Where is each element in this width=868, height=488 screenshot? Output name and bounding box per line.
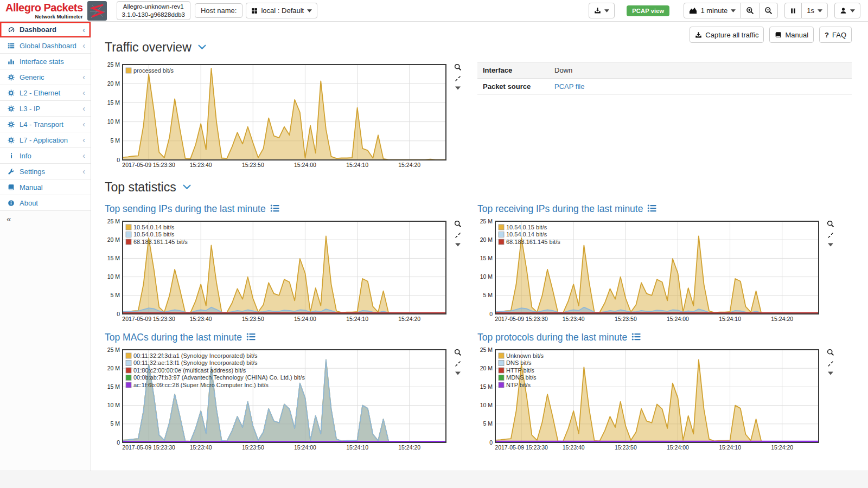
- manual-button[interactable]: Manual: [769, 27, 814, 43]
- faq-button[interactable]: ? FAQ: [819, 27, 852, 43]
- capture-all-traffic-button[interactable]: Capture all traffic: [690, 27, 764, 43]
- svg-text:15:24:10: 15:24:10: [346, 444, 368, 451]
- refresh-group: 1s: [784, 3, 828, 18]
- top-sending-ips-title-link[interactable]: Top sending IPs during the last minute: [105, 203, 279, 215]
- timeframe-group: 1 minute: [684, 3, 778, 18]
- sidebar-item-generic[interactable]: Generic‹: [0, 69, 91, 85]
- svg-text:processed bit/s: processed bit/s: [133, 67, 174, 74]
- svg-text:15:23:40: 15:23:40: [190, 162, 212, 168]
- svg-text:15:23:50: 15:23:50: [615, 316, 637, 322]
- chart-collapse-button[interactable]: [828, 371, 833, 375]
- sidebar-item-interface-stats[interactable]: Interface stats: [0, 53, 91, 69]
- svg-text:20 M: 20 M: [480, 236, 493, 243]
- chevron-left-icon: ‹: [82, 89, 85, 97]
- top-protocols-title-link[interactable]: Top protocols during the last minute: [477, 332, 641, 343]
- capture-all-traffic-label: Capture all traffic: [705, 31, 758, 39]
- svg-text:68.183.161.145 bit/s: 68.183.161.145 bit/s: [506, 239, 560, 245]
- top-receiving-ips-title-link[interactable]: Top receiving IPs during the last minute: [477, 203, 656, 215]
- top-receiving-ips-title: Top receiving IPs during the last minute: [477, 203, 643, 215]
- sidebar-item-l3-ip[interactable]: L3 - IP‹: [0, 100, 91, 116]
- zoom-out-button[interactable]: [759, 3, 778, 18]
- question-icon: ?: [825, 31, 829, 39]
- sidebar-item-label: L7 - Application: [20, 136, 68, 144]
- chart-compress-button[interactable]: [455, 75, 461, 82]
- sidebar-item-settings[interactable]: Settings‹: [0, 163, 91, 179]
- chart-collapse-button[interactable]: [828, 243, 833, 247]
- chart-collapse-button[interactable]: [455, 243, 461, 247]
- svg-text:20 M: 20 M: [107, 365, 120, 371]
- user-menu-button[interactable]: [834, 3, 860, 18]
- chart-zoom-button[interactable]: [454, 220, 462, 228]
- compress-icon: [455, 361, 461, 369]
- chart-compress-button[interactable]: [827, 232, 834, 239]
- chart-compress-button[interactable]: [827, 361, 834, 367]
- chart-zoom-button[interactable]: [827, 349, 834, 356]
- sidebar-collapse-button[interactable]: «: [0, 210, 91, 226]
- device-version-box: Allegro-unknown-rev1 3.1.0-130-g96828ddb…: [117, 1, 190, 21]
- download-menu-button[interactable]: [589, 3, 615, 18]
- chart-collapse-button[interactable]: [455, 371, 461, 375]
- magnifier-icon: [454, 350, 462, 358]
- svg-text:10.54.0.15 bit/s: 10.54.0.15 bit/s: [133, 231, 175, 237]
- chart-zoom-button[interactable]: [454, 349, 462, 356]
- logo-subtitle: Network Multimeter: [35, 14, 82, 20]
- refresh-interval-label: 1s: [807, 7, 814, 15]
- sidebar-item-l4-transport[interactable]: L4 - Transport‹: [0, 116, 91, 132]
- info-label: Interface: [477, 62, 549, 79]
- topbar: Allegro Packets Network Multimeter Alleg…: [0, 0, 868, 22]
- caret-down-icon: [731, 9, 736, 12]
- list-icon: [647, 203, 656, 215]
- gear-icon: [7, 89, 16, 97]
- refresh-interval-selector[interactable]: 1s: [801, 3, 828, 18]
- top-macs-panel: Top MACs during the last minute 2017-05-…: [105, 323, 464, 452]
- chart-zoom-button[interactable]: [827, 220, 834, 228]
- caret-down-icon: [455, 369, 461, 377]
- svg-text:10 M: 10 M: [480, 402, 493, 408]
- svg-text:20 M: 20 M: [107, 80, 120, 87]
- top-macs-title-link[interactable]: Top MACs during the last minute: [105, 332, 256, 343]
- chart-collapse-button[interactable]: [455, 86, 461, 90]
- svg-text:15:23:40: 15:23:40: [563, 316, 585, 322]
- sidebar-item-about[interactable]: About: [0, 195, 91, 210]
- svg-text:DNS bit/s: DNS bit/s: [506, 359, 532, 366]
- chart-compress-button[interactable]: [455, 361, 461, 367]
- svg-text:15:24:00: 15:24:00: [294, 162, 316, 168]
- chevron-left-icon: ‹: [82, 26, 85, 34]
- chart-compress-button[interactable]: [455, 232, 461, 239]
- download-icon: [594, 7, 601, 14]
- sidebar-item-info[interactable]: Info‹: [0, 147, 91, 163]
- chevron-down-icon[interactable]: [197, 42, 207, 53]
- svg-text:01:80:c2:00:00:0e (multicast a: 01:80:c2:00:00:0e (multicast address) bi…: [133, 367, 246, 374]
- page-actions: Capture all traffic Manual ? FAQ: [690, 27, 852, 43]
- svg-text:5 M: 5 M: [110, 292, 120, 298]
- sidebar-item-global-dashboard[interactable]: Global Dashboard‹: [0, 37, 91, 53]
- svg-text:25 M: 25 M: [107, 218, 120, 224]
- svg-text:15:24:20: 15:24:20: [398, 316, 420, 322]
- caret-down-icon: [604, 9, 609, 12]
- chevron-left-icon: ‹: [82, 152, 85, 159]
- chart-tools: [452, 219, 464, 247]
- pause-button[interactable]: [784, 3, 802, 18]
- sidebar-item-l2-ethernet[interactable]: L2 - Ethernet‹: [0, 85, 91, 100]
- svg-text:00:11:32:2f:3d:a1 (Synology In: 00:11:32:2f:3d:a1 (Synology Incorporated…: [133, 352, 258, 359]
- sidebar-item-manual[interactable]: Manual: [0, 179, 91, 195]
- magnifier-icon: [827, 350, 834, 358]
- zoom-in-button[interactable]: [741, 3, 760, 18]
- svg-text:Unknown bit/s: Unknown bit/s: [506, 352, 544, 359]
- sidebar-item-l7-application[interactable]: L7 - Application‹: [0, 132, 91, 147]
- chevron-down-icon[interactable]: [182, 182, 192, 192]
- top-receiving-ips-panel: Top receiving IPs during the last minute…: [477, 197, 837, 323]
- chart-zoom-button[interactable]: [454, 63, 462, 71]
- scope-selector[interactable]: local : Default: [246, 3, 317, 18]
- wrench-icon: [7, 168, 16, 175]
- area-chart-icon: [689, 7, 697, 15]
- interval-selector[interactable]: 1 minute: [684, 3, 741, 18]
- svg-text:2017-05-09 15:23:30: 2017-05-09 15:23:30: [122, 444, 175, 451]
- svg-text:15:24:20: 15:24:20: [771, 444, 793, 451]
- gear-icon: [7, 137, 16, 144]
- gear-icon: [7, 74, 16, 81]
- sidebar-item-dashboard[interactable]: Dashboard‹: [0, 22, 91, 37]
- magnifier-icon: [454, 65, 462, 73]
- pcap-file-link[interactable]: PCAP file: [554, 82, 584, 91]
- device-version: 3.1.0-130-g96828ddb3: [122, 11, 185, 19]
